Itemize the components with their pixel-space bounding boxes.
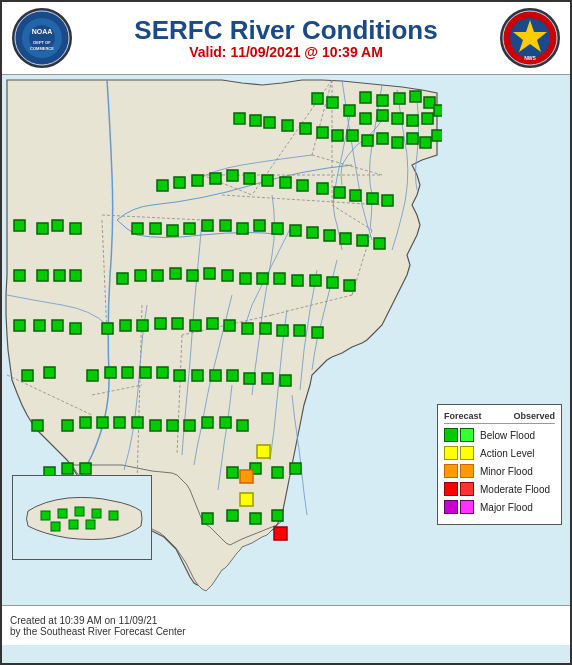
svg-rect-82 xyxy=(340,233,351,244)
svg-rect-42 xyxy=(432,130,442,141)
svg-rect-161 xyxy=(52,320,63,331)
svg-rect-86 xyxy=(135,270,146,281)
svg-rect-58 xyxy=(192,175,203,186)
svg-rect-36 xyxy=(392,113,403,124)
legend-header: Forecast Observed xyxy=(444,411,555,424)
svg-rect-147 xyxy=(227,510,238,521)
svg-rect-155 xyxy=(52,220,63,231)
svg-rect-127 xyxy=(114,417,125,428)
valid-time: Valid: 11/09/2021 @ 10:39 AM xyxy=(72,44,500,60)
svg-rect-49 xyxy=(332,130,343,141)
svg-rect-158 xyxy=(54,270,65,281)
legend-square-below-flood-obs xyxy=(460,428,474,442)
svg-rect-77 xyxy=(254,220,265,231)
legend-icons-minor-flood xyxy=(444,464,474,478)
svg-rect-63 xyxy=(280,177,291,188)
svg-rect-30 xyxy=(394,93,405,104)
svg-rect-43 xyxy=(420,137,431,148)
svg-rect-85 xyxy=(117,273,128,284)
svg-rect-50 xyxy=(317,127,328,138)
svg-rect-62 xyxy=(262,175,273,186)
svg-rect-160 xyxy=(70,270,81,281)
legend-row-minor-flood: Minor Flood xyxy=(444,464,555,478)
svg-rect-145 xyxy=(272,467,283,478)
legend-label-minor-flood: Minor Flood xyxy=(480,466,533,477)
page-title: SERFC River Conditions xyxy=(72,16,500,45)
svg-rect-118 xyxy=(192,370,203,381)
svg-rect-90 xyxy=(204,268,215,279)
svg-rect-103 xyxy=(172,318,183,329)
svg-rect-78 xyxy=(272,223,283,234)
legend-square-action-level-forecast xyxy=(444,446,458,460)
svg-rect-56 xyxy=(157,180,168,191)
legend-label-moderate-flood: Moderate Flood xyxy=(480,484,550,495)
svg-text:NWS: NWS xyxy=(524,55,536,61)
svg-rect-65 xyxy=(317,183,328,194)
svg-rect-115 xyxy=(140,367,151,378)
svg-rect-108 xyxy=(260,323,271,334)
svg-rect-67 xyxy=(350,190,361,201)
svg-rect-34 xyxy=(422,113,433,124)
svg-rect-53 xyxy=(264,117,275,128)
svg-rect-159 xyxy=(37,270,48,281)
legend-row-action-level: Action Level xyxy=(444,446,555,460)
svg-rect-102 xyxy=(155,318,166,329)
svg-rect-52 xyxy=(282,120,293,131)
svg-rect-117 xyxy=(174,370,185,381)
svg-rect-40 xyxy=(327,97,338,108)
svg-rect-150 xyxy=(202,513,213,524)
svg-rect-166 xyxy=(41,511,50,520)
legend-square-moderate-flood-obs xyxy=(460,482,474,496)
legend-square-moderate-flood-forecast xyxy=(444,482,458,496)
svg-text:COMMERCE: COMMERCE xyxy=(30,46,54,51)
legend-square-minor-flood-forecast xyxy=(444,464,458,478)
legend-label-action-level: Action Level xyxy=(480,448,534,459)
svg-rect-95 xyxy=(292,275,303,286)
svg-rect-132 xyxy=(202,417,213,428)
svg-rect-31 xyxy=(410,91,421,102)
svg-rect-84 xyxy=(374,238,385,249)
legend-observed-label: Observed xyxy=(513,411,555,421)
footer: Created at 10:39 AM on 11/09/21 by the S… xyxy=(2,605,570,645)
svg-rect-76 xyxy=(237,223,248,234)
svg-rect-129 xyxy=(150,420,161,431)
legend-row-moderate-flood: Moderate Flood xyxy=(444,482,555,496)
svg-rect-91 xyxy=(222,270,233,281)
header-text: SERFC River Conditions Valid: 11/09/2021… xyxy=(72,16,500,61)
svg-rect-47 xyxy=(362,135,373,146)
inset-map-puerto-rico xyxy=(12,475,152,560)
legend-row-major-flood: Major Flood xyxy=(444,500,555,514)
svg-rect-170 xyxy=(109,511,118,520)
svg-rect-168 xyxy=(75,507,84,516)
svg-rect-81 xyxy=(324,230,335,241)
svg-rect-152 xyxy=(240,493,253,506)
svg-rect-125 xyxy=(80,417,91,428)
svg-rect-136 xyxy=(62,463,73,474)
svg-rect-54 xyxy=(250,115,261,126)
svg-rect-133 xyxy=(220,417,231,428)
svg-rect-57 xyxy=(174,177,185,188)
svg-rect-79 xyxy=(290,225,301,236)
svg-rect-114 xyxy=(122,367,133,378)
svg-rect-61 xyxy=(244,173,255,184)
svg-rect-162 xyxy=(70,323,81,334)
svg-rect-88 xyxy=(170,268,181,279)
svg-rect-137 xyxy=(80,463,91,474)
svg-rect-92 xyxy=(240,273,251,284)
svg-rect-163 xyxy=(34,320,45,331)
header: NOAA DEPT OF COMMERCE SERFC River Condit… xyxy=(2,2,570,75)
svg-rect-69 xyxy=(382,195,393,206)
svg-rect-33 xyxy=(434,105,442,116)
svg-rect-109 xyxy=(277,325,288,336)
svg-rect-37 xyxy=(377,110,388,121)
svg-rect-113 xyxy=(105,367,116,378)
svg-rect-156 xyxy=(70,223,81,234)
svg-rect-139 xyxy=(14,270,25,281)
svg-rect-35 xyxy=(407,115,418,126)
svg-rect-60 xyxy=(227,170,238,181)
legend-row-below-flood: Below Flood xyxy=(444,428,555,442)
legend-square-minor-flood-obs xyxy=(460,464,474,478)
svg-rect-51 xyxy=(300,123,311,134)
svg-rect-172 xyxy=(69,520,78,529)
svg-rect-66 xyxy=(334,187,345,198)
